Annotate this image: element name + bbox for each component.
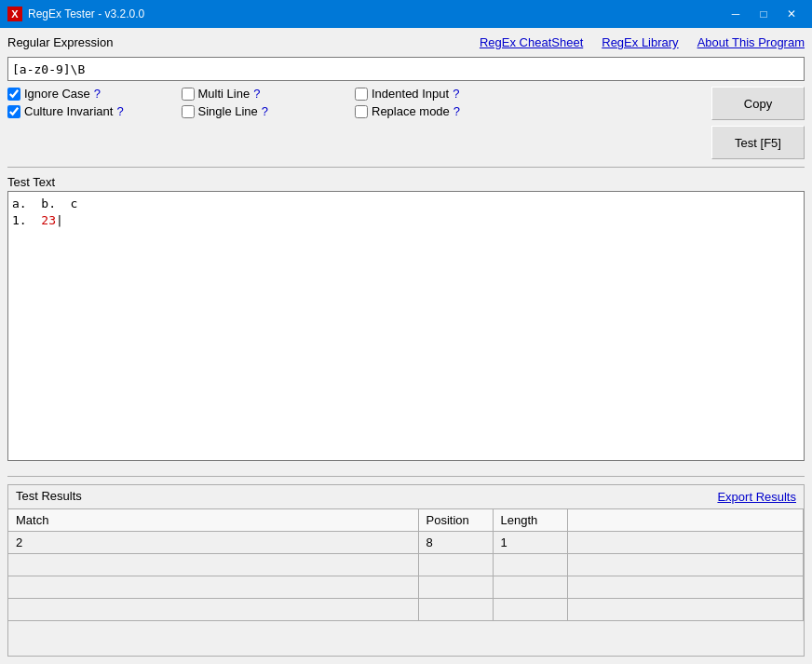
cell-empty [493,576,567,599]
indented-input-option: Indented Input ? [355,87,521,101]
top-section: Regular Expression RegEx CheatSheet RegE… [7,35,805,159]
library-link[interactable]: RegEx Library [602,35,678,49]
replace-mode-option: Replace mode ? [355,104,521,118]
action-buttons: Copy Test [F5] [711,87,805,159]
ignore-case-checkbox[interactable] [7,88,20,101]
app-icon: X [7,7,22,21]
col-header-extra [567,509,804,532]
results-table: Match Position Length 2 8 1 [8,509,804,621]
ignore-case-option: Ignore Case ? [7,87,174,101]
cell-extra [567,532,804,554]
ignore-case-label: Ignore Case [24,87,90,101]
test-text-display[interactable]: a. b. c 1. 23| [7,191,805,461]
results-table-container: Match Position Length 2 8 1 [8,509,804,656]
ignore-case-help[interactable]: ? [94,87,101,101]
cell-length: 1 [493,532,567,554]
multi-line-help[interactable]: ? [253,87,260,101]
table-row-empty-3 [8,599,804,621]
cell-empty [567,554,804,576]
cell-empty [493,554,567,576]
replace-mode-checkbox[interactable] [355,105,368,118]
multi-line-checkbox[interactable] [182,88,195,101]
title-bar: X RegEx Tester - v3.2.0.0 ─ □ ✕ [0,0,812,28]
results-label: Test Results [16,489,82,503]
table-header-row: Match Position Length [8,509,804,532]
replace-mode-label: Replace mode [372,104,450,118]
export-results-link[interactable]: Export Results [717,490,796,504]
indented-input-label: Indented Input [372,87,449,101]
cell-empty [8,554,418,576]
test-text-label: Test Text [7,175,805,189]
nav-links: RegEx CheatSheet RegEx Library About Thi… [480,35,805,49]
single-line-option: Single Line ? [182,104,348,118]
culture-invariant-option: Culture Invariant ? [7,104,174,118]
test-text-section: Test Text a. b. c 1. 23| [7,175,805,468]
culture-invariant-checkbox[interactable] [7,105,20,118]
minimize-button[interactable]: ─ [723,4,749,24]
results-header: Test Results Export Results [8,485,804,509]
cell-empty [8,576,418,599]
cell-empty [567,576,804,599]
culture-invariant-help[interactable]: ? [116,104,123,118]
col-header-position: Position [418,509,493,532]
top-divider [7,167,805,168]
options-buttons-row: Ignore Case ? Culture Invariant ? Multi … [7,87,805,159]
col-header-length: Length [493,509,567,532]
cell-match: 2 [8,532,418,554]
single-line-label: Single Line [198,104,258,118]
text-match: 23 [41,213,56,227]
bottom-divider [7,476,805,477]
close-button[interactable]: ✕ [778,4,805,24]
table-row-empty-1 [8,554,804,576]
regex-input[interactable] [7,57,805,81]
copy-button[interactable]: Copy [711,87,805,120]
cell-empty [493,599,567,621]
title-bar-text: RegEx Tester - v3.2.0.0 [28,7,723,20]
cell-empty [418,554,493,576]
col-header-match: Match [8,509,418,532]
cheatsheet-link[interactable]: RegEx CheatSheet [480,35,583,49]
indented-input-help[interactable]: ? [453,87,459,101]
cell-empty [8,599,418,621]
options-col-1: Ignore Case ? Culture Invariant ? [7,87,174,118]
results-section: Test Results Export Results Match Positi… [7,484,805,657]
cell-empty [418,576,493,599]
single-line-help[interactable]: ? [262,104,268,118]
cell-position: 8 [418,532,493,554]
title-bar-controls: ─ □ ✕ [723,4,805,24]
replace-mode-help[interactable]: ? [453,104,460,118]
multi-line-label: Multi Line [198,87,250,101]
test-button[interactable]: Test [F5] [711,126,805,159]
table-row-empty-2 [8,576,804,599]
table-row: 2 8 1 [8,532,804,554]
main-content: Regular Expression RegEx CheatSheet RegE… [0,28,812,664]
multi-line-option: Multi Line ? [182,87,348,101]
single-line-checkbox[interactable] [182,105,195,118]
cell-empty [418,599,493,621]
maximize-button[interactable]: □ [751,4,777,24]
regex-label: Regular Expression [7,35,113,49]
indented-input-checkbox[interactable] [355,88,368,101]
culture-invariant-label: Culture Invariant [24,104,113,118]
nav-row: Regular Expression RegEx CheatSheet RegE… [7,35,805,49]
options-col-2: Multi Line ? Single Line ? [182,87,348,118]
about-link[interactable]: About This Program [697,35,805,49]
cell-empty [567,599,804,621]
options-col-3: Indented Input ? Replace mode ? [355,87,521,118]
